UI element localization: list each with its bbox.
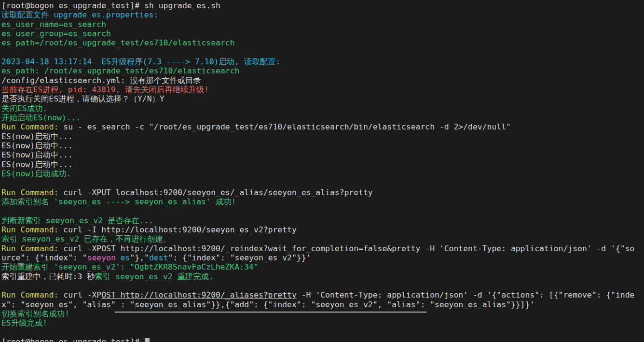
terminal-text-segment: es_path=/root/es_upgrade_test/es710/elas… <box>1 38 235 47</box>
terminal-text-segment: 是否执行关闭ES进程，请确认选择？（Y/N）Y <box>1 94 164 103</box>
terminal-line: urce": {"index": "seeyon_es"},"dest": {"… <box>1 253 644 262</box>
terminal-text-segment: curl -XPUT localhost:9200/seeyon_es/_ali… <box>58 188 372 197</box>
terminal-text-segment: 添加索引别名 'seeyon_es ----> seeyon_es_alias'… <box>1 197 236 206</box>
terminal-line: 读取配置文件 upgrade_es.properties: <box>1 10 644 19</box>
terminal-line <box>1 328 644 337</box>
terminal-line: Run Command: curl -XPOST http://localhos… <box>1 290 644 299</box>
terminal-text-segment: Run Command: <box>1 290 58 299</box>
terminal-line: ES(now)启动中... <box>1 132 644 141</box>
terminal-line: 关闭ES成功. <box>1 104 644 113</box>
terminal-line: ES(now)启动成功. <box>1 169 644 178</box>
terminal-line <box>1 206 644 215</box>
terminal-line: Run Command: curl -XPUT localhost:9200/s… <box>1 188 644 197</box>
terminal-line: x": "seeyon_es", "alias" : "seeyon_es_al… <box>1 300 644 309</box>
terminal-line: 是否执行关闭ES进程，请确认选择？（Y/N）Y <box>1 94 644 103</box>
terminal-line: 切换索引别名成功! <box>1 309 644 318</box>
terminal-text-segment: x": "seeyon_es", "alias" : "seeyon_es_al… <box>1 300 534 309</box>
terminal-text-segment: 2023-04-18 13:17:14 ES升级程序(7.3 ----> 7.1… <box>1 57 280 66</box>
terminal-line <box>1 48 644 57</box>
terminal-text-segment: su - es_search -c "/root/es_upgrade_test… <box>58 122 510 131</box>
terminal-line: 索引重建中，已耗时:3 秒索引 seeyon_es_v2 重建完成. <box>1 272 644 281</box>
terminal-line: es_path=/root/es_upgrade_test/es710/elas… <box>1 38 644 47</box>
terminal-text-segment: 读取配置文件 upgrade_es.properties: <box>1 10 158 19</box>
terminal-text-segment: es_user_group=es_search <box>1 29 111 38</box>
terminal-text-segment: 索引 seeyon_es_v2 重建完成. <box>95 272 214 281</box>
terminal-text-segment: 关闭ES成功. <box>1 104 47 113</box>
terminal-text-segment: 索引 seeyon_es_v2 已存在，不再进行创建。 <box>1 234 171 243</box>
terminal-text-segment: es_user_name=es_search <box>1 20 106 29</box>
terminal-line: /config/elasticsearch.yml: 没有那个文件或目录 <box>1 76 644 85</box>
terminal-screen[interactable]: [root@bogon es_upgrade_test]# sh upgrade… <box>0 0 644 342</box>
terminal-text-segment: seeyon_ <box>87 253 121 262</box>
terminal-text-segment: Run Command: <box>1 225 58 234</box>
terminal-text-segment: 当前存在ES进程, pid: 43819, 请先关闭后再继续升级! <box>1 85 209 94</box>
terminal-text-segment: ES升级完成! <box>1 318 47 328</box>
terminal-text-segment: dest <box>149 253 168 262</box>
terminal-text-segment: Run Command: <box>1 122 58 131</box>
terminal-line <box>1 281 644 290</box>
terminal-text-segment: ES(now)启动中... <box>1 132 73 141</box>
terminal-text-segment: ES(now)启动中... <box>1 141 73 150</box>
underline-rule <box>115 312 426 313</box>
terminal-text-segment: curl -XPOST http://localhost:9200/_reind… <box>58 244 634 253</box>
terminal-text-segment: 判断新索引 seeyon_es_v2 是否存在... <box>1 216 153 225</box>
terminal-text-segment: 索引重建中，已耗时:3 秒 <box>1 272 95 281</box>
terminal-line: ES(now)启动中... <box>1 160 644 169</box>
terminal-text-segment: urce": {"index": " <box>1 253 87 262</box>
terminal-line: 开始重建索引 'seeyon_es_v2': "OgbtZKR8SnavFaCz… <box>1 262 644 271</box>
terminal-line: 当前存在ES进程, pid: 43819, 请先关闭后再继续升级! <box>1 85 644 94</box>
terminal-text-segment: -H 'Content-Type: application/json' -d '… <box>297 290 635 299</box>
terminal-line: [root@bogon es_upgrade_test]# sh upgrade… <box>1 1 644 10</box>
terminal-line: 添加索引别名 'seeyon_es ----> seeyon_es_alias'… <box>1 197 644 206</box>
terminal-text-segment: Run Command: <box>1 188 58 197</box>
terminal-text-segment: ": {"index": "seeyon_es_v2"}}' <box>168 253 311 262</box>
terminal-line: 判断新索引 seeyon_es_v2 是否存在... <box>1 216 644 225</box>
terminal-line: es_user_group=es_search <box>1 29 644 38</box>
terminal-line <box>1 178 644 187</box>
terminal-text-segment: 切换索引别名成功! <box>1 309 69 318</box>
terminal-text-segment: 开始重建索引 'seeyon_es_v2': "OgbtZKR8SnavFaCz… <box>1 262 259 271</box>
terminal-text-segment: [root@bogon es_upgrade_test]# <box>1 337 144 342</box>
terminal-line: es_user_name=es_search <box>1 20 644 29</box>
terminal-line: Run Command: curl -I http://localhost:92… <box>1 225 644 234</box>
terminal-text-segment: Run Command: <box>1 244 58 253</box>
terminal-text-segment: 开始启动ES(now)... <box>1 113 81 122</box>
terminal-line: Run Command: curl -XPOST http://localhos… <box>1 244 644 253</box>
terminal-text-segment: es_path: /root/es_upgrade_test/es710/ela… <box>1 66 239 75</box>
terminal-line: ES(now)启动中... <box>1 150 644 159</box>
terminal-text-segment: curl -XP <box>58 290 101 299</box>
terminal-output: [root@bogon es_upgrade_test]# sh upgrade… <box>1 1 644 342</box>
terminal-line: es_path: /root/es_upgrade_test/es710/ela… <box>1 66 644 75</box>
terminal-text-segment: curl -I http://localhost:9200/seeyon_es_… <box>58 225 296 234</box>
terminal-line: 开始启动ES(now)... <box>1 113 644 122</box>
terminal-line: ES(now)启动中... <box>1 141 644 150</box>
terminal-text-segment: ES(now)启动中... <box>1 150 73 159</box>
terminal-text-segment: OST http://localhost:9200/_aliases?prett… <box>101 290 297 299</box>
terminal-line: ES升级完成! <box>1 318 644 328</box>
terminal-text-segment: ES(now)启动成功. <box>1 169 71 178</box>
terminal-text-segment: [root@bogon es_upgrade_test]# sh upgrade… <box>1 1 220 10</box>
terminal-line: Run Command: su - es_search -c "/root/es… <box>1 122 644 131</box>
terminal-line: 2023-04-18 13:17:14 ES升级程序(7.3 ----> 7.1… <box>1 57 644 66</box>
terminal-cursor[interactable] <box>145 338 150 342</box>
terminal-line: [root@bogon es_upgrade_test]# <box>1 337 644 342</box>
terminal-text-segment: /config/elasticsearch.yml: 没有那个文件或目录 <box>1 76 201 85</box>
terminal-text-segment: ES(now)启动中... <box>1 160 73 169</box>
terminal-text-segment: "}," <box>130 253 149 262</box>
terminal-text-segment: es <box>121 253 130 262</box>
terminal-line: 索引 seeyon_es_v2 已存在，不再进行创建。 <box>1 234 644 243</box>
